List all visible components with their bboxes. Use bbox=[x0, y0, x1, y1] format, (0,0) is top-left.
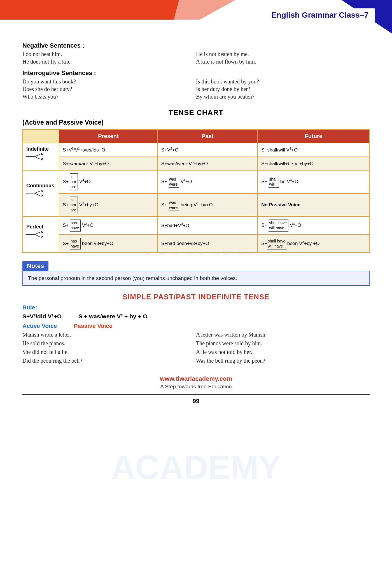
perfect-label-cell: Perfect A= P= bbox=[23, 216, 59, 253]
interrogative-sentences-heading: Interrogative Sentences : bbox=[22, 69, 370, 77]
svg-line-11 bbox=[35, 232, 40, 234]
indef-p-present: S+is/am/are V3+by+O bbox=[59, 157, 158, 171]
tense-chart-subtitle: (Active and Passive Voice) bbox=[22, 119, 370, 126]
negative-sentences-heading: Negative Sentences : bbox=[22, 42, 370, 49]
neg-sentence-row-1: I do not beat him. He is not beaten by m… bbox=[22, 51, 370, 57]
negative-sentences-section: Negative Sentences : I do not beat him. … bbox=[22, 42, 370, 65]
th-future: Future bbox=[258, 129, 369, 143]
watermark-academy: ACADEMY bbox=[111, 448, 281, 487]
svg-text:P=: P= bbox=[41, 194, 43, 198]
sp-sentence-row-3: She did not tell a lie. A lie was not to… bbox=[22, 349, 370, 355]
neg-passive-1: He is not beaten by me. bbox=[196, 51, 370, 57]
svg-line-6 bbox=[35, 191, 40, 193]
table-row-perfect-p: S+ hashave been v3+by+O S+had been+v3+by… bbox=[23, 235, 369, 253]
sp-sentence-row-1: Manish wrote a letter. A letter was writ… bbox=[22, 332, 370, 338]
table-row-perfect-a: Perfect A= P= S+ hashave V3+O bbox=[23, 216, 369, 234]
sp-sentence-row-4: Did the peon ring the bell? Was the bell… bbox=[22, 358, 370, 364]
sp-active-2: He sold the pianos. bbox=[22, 340, 196, 347]
th-past: Past bbox=[158, 129, 258, 143]
neg-active-2: He does not fly a kite. bbox=[22, 59, 196, 65]
svg-line-12 bbox=[35, 234, 40, 237]
notes-text: The personal pronoun in the second perso… bbox=[28, 275, 237, 281]
perf-a-future: S+ shall havewill have V3+O bbox=[258, 216, 369, 234]
interrogative-sentences-section: Interrogative Sentences : Do you want th… bbox=[22, 69, 370, 100]
perf-p-present: S+ hashave been v3+by+O bbox=[59, 235, 158, 253]
svg-line-2 bbox=[35, 157, 40, 159]
continuous-label-cell: Continuous A= P= bbox=[23, 170, 59, 216]
int-passive-2: Is her duty done by her? bbox=[196, 86, 370, 92]
sp-active-3: She did not tell a lie. bbox=[22, 349, 196, 355]
simple-past-title: SIMPLE PAST/PAST INDEFINITE TENSE bbox=[22, 293, 370, 301]
int-sentence-row-1: Do you want this book? Is this book want… bbox=[22, 78, 370, 85]
indef-p-future: S+shall/will+be V3+by+O bbox=[258, 157, 369, 171]
table-row-continuous-p: S+ isamare V3+by+O S+ waswere being V3+b… bbox=[23, 193, 369, 217]
footer-divider bbox=[22, 394, 370, 395]
table-header-row: Present Past Future bbox=[23, 129, 369, 143]
neg-sentence-row-2: He does not fly a kite. A kite is not fl… bbox=[22, 59, 370, 65]
active-voice-label: Active Voice bbox=[22, 323, 57, 329]
page-header: English Grammar Class–7 bbox=[0, 0, 392, 34]
passive-formula: S + was/were V³ + by + O bbox=[78, 313, 148, 320]
int-active-3: Who beats you? bbox=[22, 94, 196, 100]
rule-label: Rule: bbox=[22, 304, 370, 311]
tense-chart-title: TENSE CHART bbox=[22, 108, 370, 117]
active-formula: S+V²/did V¹+O bbox=[22, 313, 62, 320]
th-present: Present bbox=[59, 129, 158, 143]
int-sentence-row-3: Who beats you? By whom are you beaten? bbox=[22, 94, 370, 100]
voice-labels-row: Active Voice Passive Voice bbox=[22, 323, 370, 329]
svg-text:A=: A= bbox=[41, 190, 43, 193]
notes-section: Notes The personal pronoun in the second… bbox=[22, 261, 370, 286]
svg-line-1 bbox=[35, 154, 40, 157]
svg-text:A=: A= bbox=[41, 153, 43, 156]
sp-passive-1: A letter was written by Manish. bbox=[196, 332, 370, 338]
sp-passive-3: A lie was not told by her. bbox=[196, 349, 370, 355]
indefinite-label-cell: Indefinite A= P= bbox=[23, 143, 59, 170]
int-active-1: Do you want this book? bbox=[22, 78, 196, 85]
indef-p-past: S+was/were V3+by+O bbox=[158, 157, 258, 171]
sp-sentence-row-2: He sold the pianos. The pianos were sold… bbox=[22, 340, 370, 347]
notes-label: Notes bbox=[22, 261, 48, 271]
int-sentence-row-2: Does she do her duty? Is her duty done b… bbox=[22, 86, 370, 92]
svg-text:A=: A= bbox=[41, 231, 43, 234]
perf-p-future: S+shall havewill havebeen V3+by +O bbox=[258, 235, 369, 253]
th-empty bbox=[23, 129, 59, 143]
sp-active-4: Did the peon ring the bell? bbox=[22, 358, 196, 364]
indef-a-future: S+shall/will V1+O bbox=[258, 143, 369, 157]
tense-table: Present Past Future Indefinite A= bbox=[22, 129, 370, 253]
svg-text:P=: P= bbox=[41, 235, 43, 239]
indef-a-past: S+V2+O bbox=[158, 143, 258, 157]
cont-p-present: S+ isamare V3+by+O bbox=[59, 193, 158, 217]
int-passive-3: By whom are you beaten? bbox=[196, 94, 370, 100]
table-row-indefinite-a: Indefinite A= P= S+V1/V1+s/es/ies+O bbox=[23, 143, 369, 157]
svg-line-7 bbox=[35, 193, 40, 196]
cont-p-future: No Passive Voice bbox=[258, 193, 369, 217]
simple-past-section: SIMPLE PAST/PAST INDEFINITE TENSE Rule: … bbox=[22, 293, 370, 364]
cont-a-past: S+ waswere V4+O bbox=[158, 170, 258, 193]
table-row-indefinite-p: S+is/am/are V3+by+O S+was/were V3+by+O S… bbox=[23, 157, 369, 171]
header-white-stripe bbox=[174, 0, 258, 20]
svg-text:P=: P= bbox=[41, 157, 43, 161]
sp-passive-4: Was the bell rung by the peon? bbox=[196, 358, 370, 364]
perf-a-present: S+ hashave V3+O bbox=[59, 216, 158, 234]
sp-passive-2: The pianos were sold by him. bbox=[196, 340, 370, 347]
cont-a-future: S+ shallwill be V4+O bbox=[258, 170, 369, 193]
page-number: 99 bbox=[22, 398, 370, 405]
table-row-continuous-a: Continuous A= P= S+ isamare V4+O bbox=[23, 170, 369, 193]
header-title-box: English Grammar Class–7 bbox=[265, 8, 375, 22]
sp-active-1: Manish wrote a letter. bbox=[22, 332, 196, 338]
cont-p-past: S+ waswere being V3+by+O bbox=[158, 193, 258, 217]
neg-passive-2: A kite is not flown by him. bbox=[196, 59, 370, 65]
notes-box: The personal pronoun in the second perso… bbox=[22, 271, 370, 286]
formula-row: S+V²/did V¹+O S + was/were V³ + by + O bbox=[22, 313, 370, 320]
perf-a-past: S+had+V3+O bbox=[158, 216, 258, 234]
cont-a-present: S+ isamare V4+O bbox=[59, 170, 158, 193]
int-active-2: Does she do her duty? bbox=[22, 86, 196, 92]
int-passive-1: Is this book wanted by you? bbox=[196, 78, 370, 85]
footer-tagline: A Step towards free Education bbox=[22, 384, 370, 390]
footer-section: www.tiwariacademy.com A Step towards fre… bbox=[22, 375, 370, 413]
perf-p-past: S+had been+v3+by+O bbox=[158, 235, 258, 253]
neg-active-1: I do not beat him. bbox=[22, 51, 196, 57]
footer-url: www.tiwariacademy.com bbox=[22, 375, 370, 382]
tense-chart-section: TENSE CHART (Active and Passive Voice) P… bbox=[22, 108, 370, 253]
indef-a-present: S+V1/V1+s/es/ies+O bbox=[59, 143, 158, 157]
